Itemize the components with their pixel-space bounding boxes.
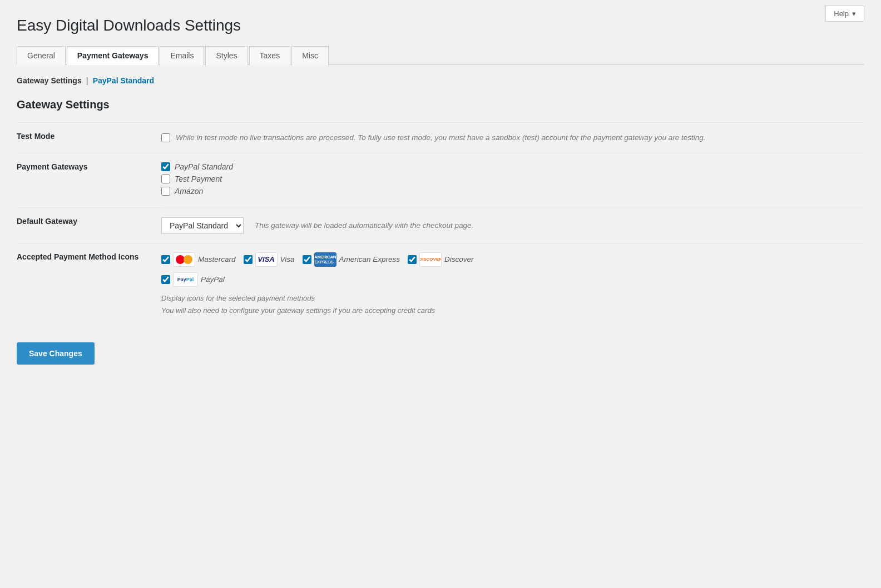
tab-misc[interactable]: Misc — [291, 46, 329, 65]
default-gateway-description: This gateway will be loaded automaticall… — [255, 221, 473, 230]
payment-icons-grid: Mastercard VISA Visa — [161, 252, 859, 267]
paypal-icons-grid: PayPal PayPal — [161, 272, 859, 287]
amex-checkbox[interactable] — [303, 255, 311, 264]
visa-icon: VISA — [255, 252, 278, 267]
discover-checkbox[interactable] — [408, 255, 417, 264]
page-title: Easy Digital Downloads Settings — [17, 17, 864, 34]
mastercard-item: Mastercard — [161, 252, 236, 267]
paypal-icon-checkbox[interactable] — [161, 275, 170, 284]
default-gateway-label: Default Gateway — [17, 217, 77, 226]
paypal-standard-label: PayPal Standard — [175, 162, 233, 171]
amazon-label: Amazon — [175, 187, 203, 196]
paypal-standard-option: PayPal Standard — [161, 162, 859, 171]
amazon-option: Amazon — [161, 187, 859, 196]
accepted-icons-label: Accepted Payment Method Icons — [17, 252, 138, 261]
discover-label: Discover — [444, 255, 474, 263]
save-changes-button[interactable]: Save Changes — [17, 342, 95, 365]
settings-table: Test Mode While in test mode no live tra… — [17, 122, 864, 326]
test-payment-checkbox[interactable] — [161, 175, 170, 183]
discover-icon: DISCOVER — [419, 252, 442, 267]
subnav-paypal-link[interactable]: PayPal Standard — [93, 76, 155, 85]
tab-styles[interactable]: Styles — [205, 46, 248, 65]
hint2: You will also need to configure your gat… — [161, 305, 859, 317]
sub-navigation: Gateway Settings | PayPal Standard — [17, 76, 864, 85]
mastercard-icon — [173, 252, 195, 267]
test-payment-option: Test Payment — [161, 175, 859, 183]
chevron-down-icon: ▾ — [852, 9, 856, 18]
payment-gateways-label: Payment Gateways — [17, 162, 88, 171]
amazon-checkbox[interactable] — [161, 187, 170, 196]
test-mode-checkbox[interactable] — [161, 133, 170, 142]
tab-taxes[interactable]: Taxes — [249, 46, 291, 65]
visa-label: Visa — [280, 255, 295, 263]
test-mode-description: While in test mode no live transactions … — [176, 132, 706, 144]
visa-item: VISA Visa — [244, 252, 295, 267]
section-title: Gateway Settings — [17, 98, 864, 111]
tab-emails[interactable]: Emails — [160, 46, 204, 65]
subnav-divider: | — [86, 76, 88, 85]
payment-icons-row: Accepted Payment Method Icons Mastercard — [17, 243, 864, 326]
amex-label: American Express — [339, 255, 400, 263]
test-payment-label: Test Payment — [175, 175, 222, 183]
test-mode-row: Test Mode While in test mode no live tra… — [17, 123, 864, 153]
mastercard-label: Mastercard — [198, 255, 236, 263]
visa-checkbox[interactable] — [244, 255, 253, 264]
amex-item: AMERICAN EXPRESS American Express — [303, 252, 400, 267]
amex-icon: AMERICAN EXPRESS — [314, 252, 336, 267]
default-gateway-row: Default Gateway PayPal Standard Test Pay… — [17, 208, 864, 243]
payment-icons-hints: Display icons for the selected payment m… — [161, 292, 859, 317]
help-button[interactable]: Help ▾ — [825, 6, 864, 22]
paypal-standard-checkbox[interactable] — [161, 162, 170, 171]
payment-gateways-row: Payment Gateways PayPal Standard Test Pa… — [17, 153, 864, 208]
tabs-bar: General Payment Gateways Emails Styles T… — [17, 46, 864, 65]
tab-general[interactable]: General — [17, 46, 66, 65]
paypal-icon-label: PayPal — [201, 275, 225, 283]
mastercard-checkbox[interactable] — [161, 255, 170, 264]
paypal-item: PayPal PayPal — [161, 272, 225, 287]
tab-payment-gateways[interactable]: Payment Gateways — [67, 46, 159, 65]
discover-item: DISCOVER Discover — [408, 252, 474, 267]
paypal-card-icon: PayPal — [173, 272, 198, 287]
test-mode-label: Test Mode — [17, 132, 55, 141]
hint1: Display icons for the selected payment m… — [161, 292, 859, 305]
default-gateway-select[interactable]: PayPal Standard Test Payment Amazon — [161, 217, 244, 234]
subnav-current: Gateway Settings — [17, 76, 82, 85]
help-label: Help — [834, 9, 849, 18]
